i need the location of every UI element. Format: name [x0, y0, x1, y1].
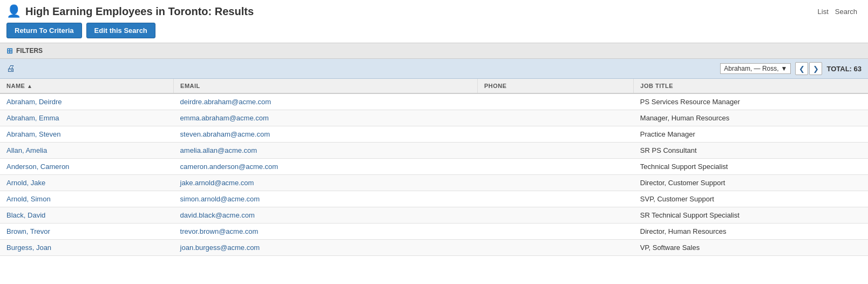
employee-phone	[477, 126, 633, 143]
table-row: Arnold, Simonsimon.arnold@acme.comSVP, C…	[0, 191, 868, 207]
table-row: Arnold, Jakejake.arnold@acme.comDirector…	[0, 175, 868, 191]
nav-arrows: ❮ ❯	[795, 62, 822, 75]
employee-phone	[477, 191, 633, 207]
table-header: NAME ▲ EMAIL PHONE JOB TITLE	[0, 79, 868, 93]
employee-phone	[477, 110, 633, 126]
employee-email-link[interactable]: simon.arnold@acme.com	[180, 195, 260, 203]
employee-jobtitle: Director, Customer Support	[634, 175, 868, 191]
col-header-name[interactable]: NAME ▲	[0, 79, 174, 93]
employee-phone	[477, 93, 633, 110]
page-title: High Earning Employees in Toronto: Resul…	[25, 5, 254, 18]
col-header-email[interactable]: EMAIL	[174, 79, 478, 93]
table-row: Burgess, Joanjoan.burgess@acme.comVP, So…	[0, 240, 868, 256]
col-phone-label: PHONE	[484, 83, 507, 89]
search-nav-link[interactable]: Search	[835, 8, 857, 16]
employee-jobtitle: Manager, Human Resources	[634, 110, 868, 126]
employee-phone	[477, 175, 633, 191]
table-row: Abraham, Deirdredeirdre.abraham@acme.com…	[0, 93, 868, 110]
col-email-label: EMAIL	[180, 83, 200, 89]
range-text: Abraham, — Ross,	[724, 65, 778, 72]
table-row: Abraham, Emmaemma.abraham@acme.comManage…	[0, 110, 868, 126]
employee-jobtitle: Technical Support Specialist	[634, 159, 868, 175]
employee-phone	[477, 159, 633, 175]
employee-jobtitle: VP, Software Sales	[634, 240, 868, 256]
table-row: Anderson, Cameroncameron.anderson@acme.c…	[0, 159, 868, 175]
employee-phone	[477, 143, 633, 159]
edit-search-button[interactable]: Edit this Search	[86, 23, 155, 38]
table-body: Abraham, Deirdredeirdre.abraham@acme.com…	[0, 93, 868, 256]
table-row: Abraham, Stevensteven.abraham@acme.comPr…	[0, 126, 868, 143]
title-row: 👤 High Earning Employees in Toronto: Res…	[6, 4, 254, 18]
col-header-phone[interactable]: PHONE	[477, 79, 633, 93]
employee-name-link[interactable]: Arnold, Jake	[6, 179, 45, 187]
employee-phone	[477, 224, 633, 240]
table-row: Black, Daviddavid.black@acme.comSR Techn…	[0, 207, 868, 224]
employee-email-link[interactable]: deirdre.abraham@acme.com	[180, 98, 272, 106]
col-header-jobtitle[interactable]: JOB TITLE	[634, 79, 868, 93]
employee-name-link[interactable]: Burgess, Joan	[6, 244, 51, 252]
employee-email-link[interactable]: david.black@acme.com	[180, 211, 255, 219]
table-toolbar: 🖨 Abraham, — Ross, ▼ ❮ ❯ TOTAL: 63	[0, 59, 868, 79]
employee-phone	[477, 240, 633, 256]
return-to-criteria-button[interactable]: Return To Criteria	[6, 23, 82, 38]
employee-name-link[interactable]: Abraham, Deirdre	[6, 98, 62, 106]
employee-email-link[interactable]: cameron.anderson@acme.com	[180, 163, 279, 171]
employee-jobtitle: Director, Human Resources	[634, 224, 868, 240]
filters-plus-icon: ⊞	[6, 46, 13, 55]
list-nav-link[interactable]: List	[818, 8, 829, 16]
employee-name-link[interactable]: Black, David	[6, 211, 45, 219]
employee-email-link[interactable]: amelia.allan@acme.com	[180, 146, 257, 154]
buttons-row: Return To Criteria Edit this Search	[0, 18, 868, 43]
employee-jobtitle: Practice Manager	[634, 126, 868, 143]
employee-name-link[interactable]: Brown, Trevor	[6, 227, 50, 235]
employee-email-link[interactable]: emma.abraham@acme.com	[180, 114, 269, 122]
total-label: TOTAL: 63	[826, 65, 862, 73]
employee-email-link[interactable]: trevor.brown@acme.com	[180, 227, 259, 235]
filters-label: FILTERS	[16, 47, 43, 55]
employee-name-link[interactable]: Allan, Amelia	[6, 146, 47, 154]
employee-email-link[interactable]: steven.abraham@acme.com	[180, 130, 270, 138]
col-name-label: NAME	[6, 83, 25, 89]
col-jobtitle-label: JOB TITLE	[640, 83, 673, 89]
employee-name-link[interactable]: Abraham, Steven	[6, 130, 60, 138]
employee-jobtitle: SR Technical Support Specialist	[634, 207, 868, 224]
dropdown-arrow-icon: ▼	[781, 65, 788, 72]
employee-email-link[interactable]: jake.arnold@acme.com	[180, 179, 254, 187]
prev-page-button[interactable]: ❮	[795, 62, 808, 75]
employee-name-link[interactable]: Anderson, Cameron	[6, 163, 69, 171]
range-dropdown[interactable]: Abraham, — Ross, ▼	[720, 63, 791, 74]
toolbar-right: Abraham, — Ross, ▼ ❮ ❯ TOTAL: 63	[720, 62, 862, 75]
top-header: 👤 High Earning Employees in Toronto: Res…	[0, 0, 868, 18]
print-icon[interactable]: 🖨	[6, 64, 15, 73]
employee-jobtitle: PS Services Resource Manager	[634, 93, 868, 110]
results-table: NAME ▲ EMAIL PHONE JOB TITLE Abraham, De…	[0, 79, 868, 256]
table-row: Brown, Trevortrevor.brown@acme.comDirect…	[0, 224, 868, 240]
employee-phone	[477, 207, 633, 224]
employee-jobtitle: SR PS Consultant	[634, 143, 868, 159]
employee-name-link[interactable]: Abraham, Emma	[6, 114, 59, 122]
next-page-button[interactable]: ❯	[809, 62, 822, 75]
nav-links: List Search	[818, 8, 862, 16]
employee-email-link[interactable]: joan.burgess@acme.com	[180, 244, 260, 252]
employee-jobtitle: SVP, Customer Support	[634, 191, 868, 207]
filters-bar[interactable]: ⊞ FILTERS	[0, 43, 868, 59]
sort-arrow-icon: ▲	[27, 83, 32, 89]
employee-name-link[interactable]: Arnold, Simon	[6, 195, 51, 203]
person-icon: 👤	[6, 4, 21, 18]
table-row: Allan, Ameliaamelia.allan@acme.comSR PS …	[0, 143, 868, 159]
table-wrapper: NAME ▲ EMAIL PHONE JOB TITLE Abraham, De…	[0, 79, 868, 256]
